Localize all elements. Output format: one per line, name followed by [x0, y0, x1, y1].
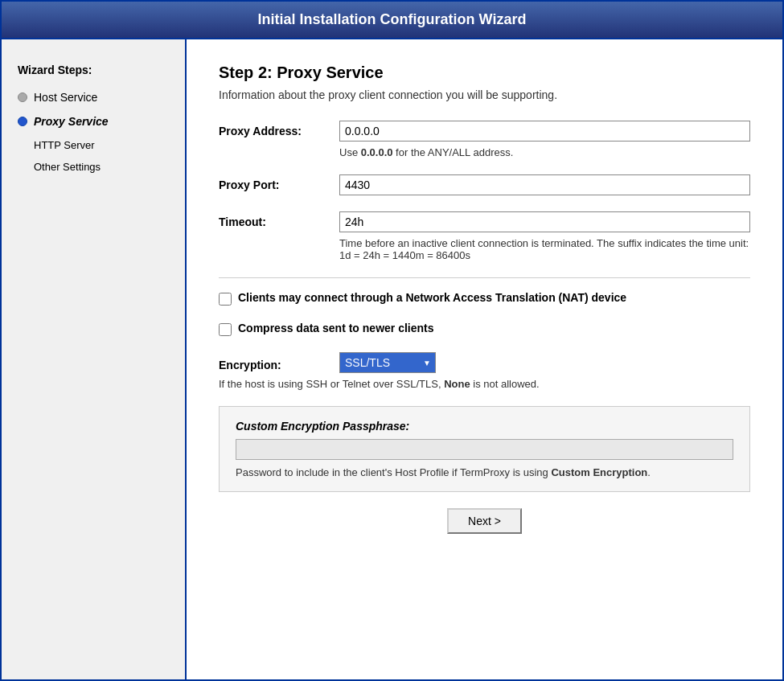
proxy-port-row: Proxy Port:	[219, 174, 750, 195]
sidebar-item-host-service[interactable]: Host Service	[18, 89, 169, 105]
sidebar-item-proxy-service[interactable]: Proxy Service	[18, 113, 169, 129]
sidebar-item-http-server[interactable]: HTTP Server	[18, 137, 169, 153]
timeout-label: Timeout:	[219, 211, 339, 228]
step-subtitle: Information about the proxy client conne…	[219, 88, 750, 101]
timeout-input[interactable]	[339, 211, 750, 232]
compress-checkbox-row: Compress data sent to newer clients	[219, 322, 750, 336]
proxy-address-label: Proxy Address:	[219, 121, 339, 137]
proxy-address-input[interactable]	[339, 121, 750, 142]
passphrase-input[interactable]	[236, 439, 733, 460]
proxy-address-row: Proxy Address:	[219, 121, 750, 142]
next-button[interactable]: Next >	[447, 508, 522, 534]
encryption-label: Encryption:	[219, 355, 339, 371]
nat-checkbox[interactable]	[219, 293, 232, 306]
encryption-row: Encryption: SSL/TLS None Custom	[219, 352, 750, 373]
sidebar-item-other-settings[interactable]: Other Settings	[18, 159, 169, 174]
wizard-body: Wizard Steps: Host Service Proxy Service…	[2, 39, 782, 679]
proxy-port-label: Proxy Port:	[219, 174, 339, 191]
sidebar-label-proxy-service: Proxy Service	[34, 115, 109, 128]
wizard-title: Initial Installation Configuration Wizar…	[258, 11, 527, 27]
wizard-container: Initial Installation Configuration Wizar…	[0, 0, 784, 681]
passphrase-hint-bold: Custom Encryption	[551, 466, 647, 478]
nat-label[interactable]: Clients may connect through a Network Ac…	[238, 291, 626, 304]
encryption-select[interactable]: SSL/TLS None Custom	[339, 352, 436, 373]
proxy-address-hint-bold: 0.0.0.0	[361, 146, 393, 158]
encryption-hint-bold: None	[444, 378, 470, 390]
sidebar-label-other-settings: Other Settings	[34, 161, 101, 173]
proxy-port-input[interactable]	[339, 174, 750, 195]
encryption-hint: If the host is using SSH or Telnet over …	[219, 378, 750, 390]
button-row: Next >	[219, 508, 750, 534]
nat-checkbox-row: Clients may connect through a Network Ac…	[219, 291, 750, 306]
compress-label[interactable]: Compress data sent to newer clients	[238, 322, 434, 334]
main-content: Step 2: Proxy Service Information about …	[187, 39, 782, 679]
dot-host-service	[18, 92, 27, 102]
sidebar: Wizard Steps: Host Service Proxy Service…	[2, 39, 187, 679]
encryption-select-wrapper: SSL/TLS None Custom	[339, 352, 436, 373]
sidebar-title: Wizard Steps:	[18, 64, 169, 76]
sidebar-label-host-service: Host Service	[34, 91, 97, 104]
step-title: Step 2: Proxy Service	[219, 64, 750, 82]
proxy-address-hint: Use 0.0.0.0 for the ANY/ALL address.	[219, 146, 750, 158]
timeout-hint: Time before an inactive client connectio…	[219, 237, 750, 261]
passphrase-hint: Password to include in the client's Host…	[236, 466, 733, 478]
sidebar-label-http-server: HTTP Server	[34, 139, 95, 151]
divider-1	[219, 277, 750, 278]
dot-proxy-service	[18, 117, 27, 126]
passphrase-label: Custom Encryption Passphrase:	[236, 420, 733, 433]
compress-checkbox[interactable]	[219, 323, 232, 336]
wizard-header: Initial Installation Configuration Wizar…	[2, 2, 782, 39]
passphrase-section: Custom Encryption Passphrase: Password t…	[219, 406, 750, 492]
timeout-row: Timeout:	[219, 211, 750, 232]
